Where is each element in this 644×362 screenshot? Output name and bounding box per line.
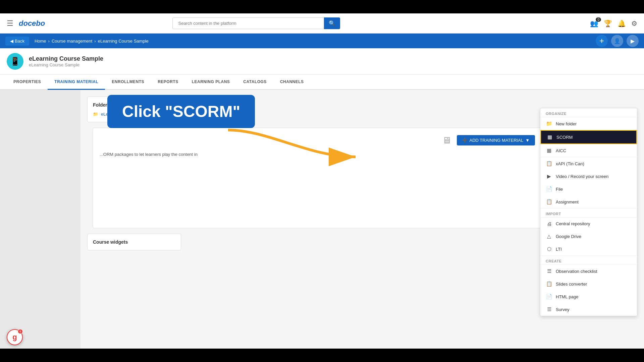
xapi-label: xAPI (Tin Can) [556,161,584,166]
dropdown-item-file[interactable]: 📄 File [540,183,637,195]
dropdown-item-html[interactable]: 📄 HTML page [540,290,637,303]
search-button[interactable]: 🔍 [324,17,340,29]
tab-channels[interactable]: CHANNELS [273,75,311,90]
trophy-icon[interactable]: 🏆 [604,19,612,27]
add-training-material-button[interactable]: ➕ ADD TRAINING MATERIAL ▼ [457,135,535,145]
grammarly-badge: 9 [18,329,23,334]
folder-icon: 📁 [93,112,98,117]
assignment-icon: 📋 [546,199,552,205]
breadcrumb-course-management[interactable]: Course management [52,39,92,44]
folder-item[interactable]: 📁 eLearning Course Sa... [93,112,175,117]
grammarly-letter: g [12,333,17,342]
video-icon: ▶ [546,173,552,179]
search-input[interactable] [172,17,324,29]
breadcrumb-sep-2: › [94,39,96,44]
dropdown-item-new-folder[interactable]: 📁 New folder [540,117,637,130]
central-repo-icon: 🖨 [546,221,552,227]
folder-label: eLearning Course Sa... [101,112,146,117]
dropdown-item-video[interactable]: ▶ Video / Record your screen [540,170,637,183]
breadcrumb-sep-1: › [48,39,50,44]
course-header: 📱 eLearning Course Sample eLearning Cour… [0,48,644,75]
aicc-icon: ▦ [546,147,552,154]
tab-enrollments[interactable]: ENROLLMENTS [105,75,151,90]
dropdown-item-lti[interactable]: ⬡ LTI [540,243,637,255]
grammarly-widget[interactable]: g 9 [7,329,23,345]
training-area: 🖥 ➕ ADD TRAINING MATERIAL ▼ ...ORM packa… [93,128,542,228]
file-label: File [556,187,563,192]
dropdown-item-central-repo[interactable]: 🖨 Central repository [540,218,637,230]
dropdown-item-assignment[interactable]: 📋 Assignment [540,195,637,208]
assignment-label: Assignment [556,199,579,204]
create-section-label: CREATE [540,256,637,264]
search-container: 🔍 [172,17,340,29]
survey-label: Survey [556,307,569,312]
dropdown-menu: ORGANIZE 📁 New folder ▦ SCORM ▦ AICC 📋 [540,108,637,316]
user-badge: 0 [596,17,601,22]
back-label: Back [15,39,24,44]
main-content: Folders 📁 eLearning Course Sa... 🖥 ➕ ADD… [0,90,644,361]
training-description: ...ORM packages to let learners play the… [100,151,535,158]
bottom-bar [0,349,644,362]
dropdown-item-xapi[interactable]: 📋 xAPI (Tin Can) [540,157,637,170]
scorm-label: SCORM [556,135,573,140]
add-circle-button[interactable]: + [596,35,608,47]
course-title: eLearning Course Sample [29,55,103,62]
tab-training-material[interactable]: TRAINING MATERIAL [48,75,105,90]
observation-label: Observation checklist [556,269,597,274]
back-button[interactable]: ◀ Back [5,37,29,46]
nav-tabs: PROPERTIES TRAINING MATERIAL ENROLLMENTS… [0,75,644,90]
breadcrumb: Home › Course management › eLearning Cou… [35,39,149,44]
new-folder-icon: 📁 [546,121,552,127]
dropdown-item-observation[interactable]: ☰ Observation checklist [540,265,637,278]
import-section-label: IMPORT [540,208,637,217]
lti-label: LTI [556,247,562,252]
header-right: 👥 0 🏆 🔔 ⚙ [590,19,637,27]
folders-title: Folders [93,102,175,108]
breadcrumb-home[interactable]: Home [35,39,46,44]
sidebar [0,90,80,361]
central-repo-label: Central repository [556,221,590,226]
tab-catalogs[interactable]: CATALOGS [236,75,273,90]
aicc-label: AICC [556,148,566,153]
breadcrumb-current: eLearning Course Sample [98,39,149,44]
hamburger-icon[interactable]: ☰ [7,19,13,28]
course-icon: 📱 [7,53,23,70]
add-icon: ➕ [462,138,468,143]
new-folder-label: New folder [556,121,577,126]
play-action-button[interactable]: ▶ [627,35,639,47]
tab-learning-plans[interactable]: LEARNING PLANS [185,75,237,90]
html-label: HTML page [556,294,578,299]
training-header: 🖥 ➕ ADD TRAINING MATERIAL ▼ [100,135,535,146]
dropdown-item-survey[interactable]: ☰ Survey [540,303,637,316]
dropdown-item-slides[interactable]: 📋 Slides converter [540,278,637,290]
lti-icon: ⬡ [546,246,552,252]
dropdown-item-aicc[interactable]: ▦ AICC [540,144,637,157]
dropdown-caret: ▼ [525,138,530,143]
gear-icon[interactable]: ⚙ [631,19,637,27]
organize-section-label: ORGANIZE [540,108,637,117]
user-action-button[interactable]: 👤 [611,35,623,47]
tab-properties[interactable]: PROPERTIES [7,75,48,90]
back-arrow-icon: ◀ [10,39,13,44]
user-icon-container[interactable]: 👥 0 [590,19,598,27]
course-widgets-panel: Course widgets [87,234,181,250]
breadcrumb-bar: ◀ Back Home › Course management › eLearn… [0,34,644,48]
header-action-buttons: + 👤 ▶ [596,35,639,47]
html-icon: 📄 [546,294,552,300]
monitor-icon: 🖥 [442,135,451,146]
folders-panel: Folders 📁 eLearning Course Sa... [87,97,181,122]
xapi-icon: 📋 [546,161,552,167]
tab-reports[interactable]: REPORTS [151,75,185,90]
file-icon: 📄 [546,186,552,192]
observation-icon: ☰ [546,268,552,274]
scorm-icon: ▦ [546,134,553,140]
video-label: Video / Record your screen [556,174,608,179]
add-training-label: ADD TRAINING MATERIAL [470,138,524,143]
dropdown-item-google-drive[interactable]: △ Google Drive [540,230,637,243]
header: ☰ docebo 🔍 👥 0 🏆 🔔 ⚙ [0,13,644,34]
google-drive-icon: △ [546,233,552,239]
top-bar [0,0,644,13]
dropdown-item-scorm[interactable]: ▦ SCORM [540,130,637,144]
google-drive-label: Google Drive [556,234,581,239]
bell-icon[interactable]: 🔔 [618,19,626,27]
